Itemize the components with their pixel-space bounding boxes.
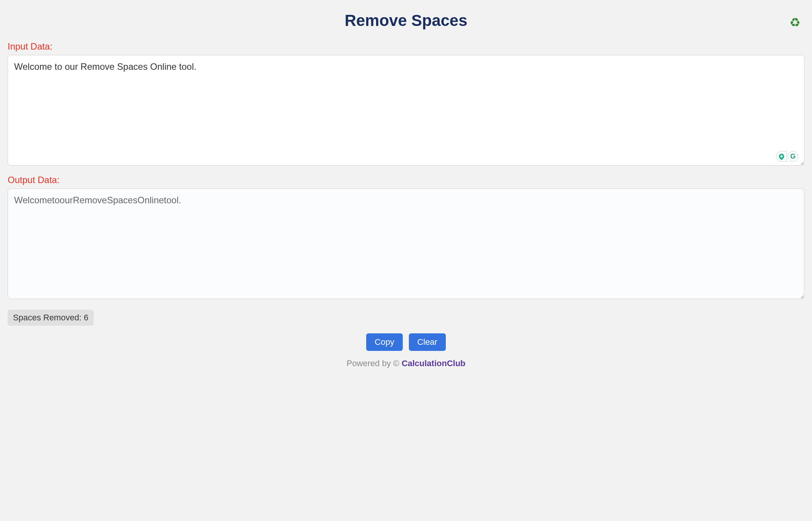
input-wrapper: G [8,55,804,167]
input-label: Input Data: [8,41,804,52]
app-container: ♻ Remove Spaces Input Data: G Output Dat… [8,11,804,368]
recycle-icon[interactable]: ♻ [790,15,801,30]
copy-button[interactable]: Copy [366,333,402,351]
page-title: Remove Spaces [8,11,804,30]
footer-text: Powered by © [346,359,402,368]
button-row: Copy Clear [8,333,804,351]
assistant-badge-icon[interactable] [776,151,787,162]
output-textarea[interactable] [8,188,804,299]
extension-badges: G [776,151,798,162]
status-badge: Spaces Removed: 6 [8,310,94,326]
footer: Powered by © CalculationClub [8,359,804,368]
grammarly-icon[interactable]: G [788,151,798,162]
input-textarea[interactable] [8,55,804,166]
output-label: Output Data: [8,175,804,185]
clear-button[interactable]: Clear [409,333,446,351]
output-wrapper [8,188,804,301]
footer-brand-link[interactable]: CalculationClub [402,359,465,368]
